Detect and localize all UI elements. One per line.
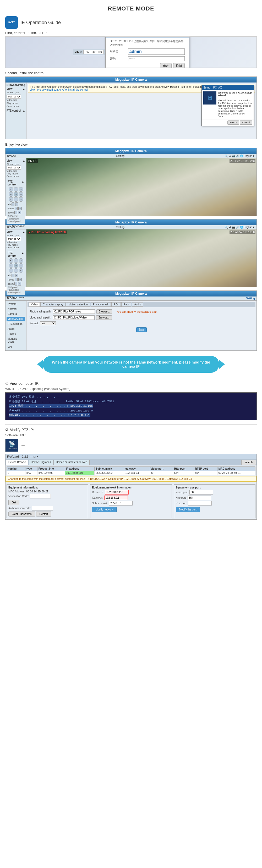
zoom-label: Zoom — [8, 211, 13, 214]
video-path-input[interactable] — [53, 315, 94, 320]
iris2-minus[interactable]: - — [11, 274, 14, 277]
clear-passwords-button[interactable]: Clear Passwords — [8, 512, 35, 517]
page-title: REMOTE MODE — [5, 5, 257, 12]
zoom-plus[interactable]: + — [18, 211, 22, 214]
iris2-plus[interactable]: + — [15, 274, 19, 277]
modify-ptz-subtitle: Software URL: — [5, 433, 257, 437]
ptz2-down-left[interactable]: ↙ — [9, 268, 13, 273]
device-ip-input[interactable] — [105, 490, 129, 495]
ptz-up-left[interactable]: ↖ — [9, 187, 13, 192]
ptz-function-item[interactable]: PTZ function — [6, 322, 25, 326]
ptz2-down[interactable]: ↓ — [13, 268, 18, 273]
network-item[interactable]: Network — [6, 307, 25, 311]
subnet-input[interactable] — [109, 501, 133, 505]
alarm-item[interactable]: Alarm — [6, 327, 25, 331]
browse-tab-2[interactable]: Browse — [7, 155, 16, 157]
ptz2-down-right[interactable]: ↘ — [19, 268, 23, 273]
ipwizard-tab-0[interactable]: Device Browse — [6, 460, 28, 465]
setting-tab-3[interactable]: Setting — [116, 226, 124, 229]
photo-path-input[interactable] — [53, 309, 95, 314]
manage-users-item[interactable]: Manage Users — [6, 337, 25, 344]
setup-next-btn[interactable]: Next > — [227, 121, 239, 125]
focus-plus[interactable]: + — [18, 207, 22, 210]
video-path-browse[interactable]: Browse... — [96, 315, 112, 320]
stream-type-select[interactable]: Main stream — [6, 95, 21, 99]
focus2-plus[interactable]: + — [18, 278, 22, 281]
camera-item[interactable]: Camera — [6, 312, 25, 316]
iris-minus[interactable]: - — [11, 203, 14, 206]
arrow-icon: → — [21, 442, 26, 448]
alert-box: When the camera IP and your network is n… — [43, 356, 219, 373]
http-port-input[interactable] — [187, 496, 211, 500]
view-label: View ▲ — [6, 88, 25, 90]
cancel-button[interactable]: 取消 — [173, 63, 185, 68]
format-select[interactable]: avi mp4 — [40, 321, 56, 325]
setup-dialog-title: Setup - IPC_AX — [202, 85, 254, 90]
get-button[interactable]: Get — [8, 500, 19, 505]
ptz-down-right[interactable]: ↘ — [19, 197, 23, 202]
zoom2-plus[interactable]: + — [18, 282, 22, 285]
browse-tab-3[interactable]: Browse — [7, 226, 16, 229]
ptz-right[interactable]: → — [19, 192, 23, 197]
ptz2-up-right[interactable]: ↗ — [19, 258, 23, 263]
tab-privacy[interactable]: Privacy mask — [91, 302, 111, 307]
tab-audio[interactable]: Audio — [132, 302, 143, 307]
focus-minus[interactable]: - — [15, 207, 18, 210]
video-port-input[interactable] — [190, 490, 213, 495]
stream-select-2[interactable]: Main stream — [6, 237, 21, 241]
browse-tab-s[interactable]: Browse — [7, 297, 16, 300]
zoom-minus[interactable]: - — [14, 211, 17, 214]
camera-header-1: Megapixel IP Camera — [5, 148, 257, 154]
modify-port-button[interactable]: Modify the port — [176, 507, 200, 512]
username-input[interactable]: admin — [128, 49, 185, 55]
ptz2-center[interactable]: ⊙ — [13, 263, 18, 268]
system-item[interactable]: System — [6, 302, 25, 306]
focus2-minus[interactable]: - — [15, 278, 18, 281]
tab-path[interactable]: Path — [121, 302, 132, 307]
td-mac: 00-24-24-2B-89-21 — [217, 471, 255, 475]
modify-network-button[interactable]: Modify network — [92, 507, 116, 512]
tab-roi[interactable]: ROI — [111, 302, 121, 307]
ptz2-up[interactable]: ↑ — [13, 258, 18, 263]
td-http-port: 554 — [173, 471, 194, 475]
video-audio-item[interactable]: Video&Audio — [6, 317, 25, 321]
install-link[interactable]: click here download control After instal… — [30, 88, 88, 91]
ptz-up-right[interactable]: ↗ — [19, 187, 23, 192]
ptz2-left[interactable]: ← — [9, 263, 13, 268]
stream-select-1[interactable]: Main stream — [6, 165, 21, 170]
zoom2-minus[interactable]: - — [14, 282, 17, 285]
password-input[interactable]: •••••• — [128, 56, 185, 61]
setting-tab-label[interactable]: Setting — [16, 84, 25, 87]
search-button[interactable]: search — [241, 460, 256, 465]
ptz2-up-left[interactable]: ↖ — [9, 258, 13, 263]
ptz-left[interactable]: ← — [9, 192, 13, 197]
ipwizard-tab-1[interactable]: Device Upgrades — [29, 460, 54, 465]
iris-plus[interactable]: + — [15, 203, 19, 206]
log-item[interactable]: Log — [6, 344, 25, 349]
rtsp-port-input[interactable] — [188, 501, 212, 505]
ptz-up[interactable]: ↑ — [13, 187, 18, 192]
ipwizard-tab-2[interactable]: Device parameters derived — [54, 460, 90, 465]
setting-tab-s[interactable]: Setting — [246, 297, 255, 300]
gateway-input[interactable] — [104, 496, 128, 500]
ptz2-right[interactable]: → — [19, 263, 23, 268]
photo-path-browse[interactable]: Browse... — [96, 309, 112, 314]
save-button[interactable]: Save — [136, 328, 147, 332]
auth-group: Authorization code: — [8, 506, 86, 510]
tab-motion-detect[interactable]: Motion detection — [66, 302, 90, 307]
ok-button[interactable]: 确定 — [160, 63, 172, 68]
restart-button[interactable]: Restart — [36, 512, 51, 517]
verification-input[interactable] — [30, 494, 51, 498]
ptz-down[interactable]: ↓ — [13, 197, 18, 202]
ptz-center[interactable]: ⊙ — [13, 192, 18, 197]
tab-char-display[interactable]: Character display — [40, 302, 65, 307]
ptz-down-left[interactable]: ↙ — [9, 197, 13, 202]
gateway-highlight: 默认网关 . . . . . . . . . . . . . : 192.168… — [9, 413, 90, 417]
record-item[interactable]: Record — [6, 332, 25, 336]
auth-input[interactable] — [32, 506, 53, 510]
tab-video[interactable]: Video — [29, 302, 40, 307]
browse-tab-label[interactable]: Browse — [6, 84, 16, 87]
setup-cancel-btn[interactable]: Cancel — [240, 121, 252, 125]
table-row[interactable]: 0 IPC IPS-E24×85 192.168.0.110 255.255.2… — [7, 471, 256, 475]
setting-tab-2[interactable]: Setting — [116, 155, 124, 157]
